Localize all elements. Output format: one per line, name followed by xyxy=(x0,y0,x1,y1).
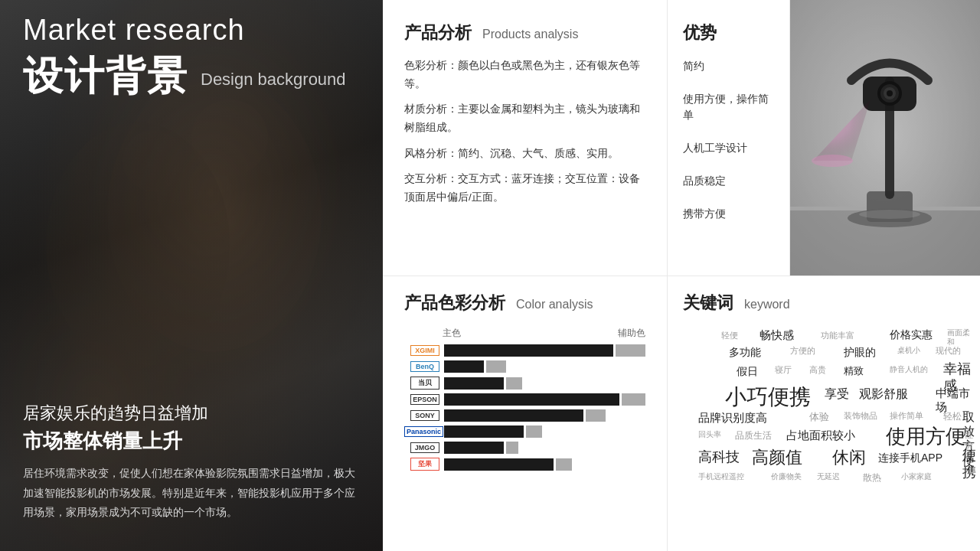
bar-secondary xyxy=(556,458,572,471)
keyword-word: 功能丰富 xyxy=(821,331,854,341)
products-body: 色彩分析：颜色以白色或黑色为主，还有银灰色等等。 材质分析：主要以金属和塑料为主… xyxy=(404,57,645,206)
brand-label: XGIMI xyxy=(404,345,439,356)
brand-label: EPSON xyxy=(404,394,439,405)
adv-item-3: 品质稳定 xyxy=(683,173,774,189)
brand-label: Panasonic xyxy=(404,426,439,437)
keyword-word: 现代的 xyxy=(936,346,961,356)
chart-area: 主色 辅助色 XGIMIBenQ当贝EPSONSONYPanasonicJMGO… xyxy=(404,327,645,471)
svg-point-20 xyxy=(859,210,920,219)
brand-label: 当贝 xyxy=(404,377,439,390)
chart-header: 主色 辅助色 xyxy=(404,327,645,340)
keyword-word: 小巧便携 xyxy=(725,384,811,410)
bar-container xyxy=(444,393,645,406)
left-panel: Market research 设计背景 Design background 居… xyxy=(0,0,383,551)
bar-primary xyxy=(444,409,583,422)
bar-primary xyxy=(444,393,619,406)
bar-container xyxy=(444,377,645,390)
bar-secondary xyxy=(506,442,518,454)
brand-label: 坚果 xyxy=(404,458,439,471)
keyword-word: 价廉物美 xyxy=(771,472,802,481)
keyword-word: 多功能 xyxy=(729,346,761,359)
trend-line2: 市场整体销量上升 xyxy=(23,428,360,455)
keyword-word: 享受 xyxy=(825,386,849,401)
brand-label: BenQ xyxy=(404,361,439,372)
bar-secondary xyxy=(622,393,645,406)
bar-container xyxy=(444,360,645,373)
bar-secondary xyxy=(506,377,522,390)
products-title-en: Products analysis xyxy=(482,28,578,41)
keywords-header: 关键词 keyword xyxy=(683,292,974,315)
bar-primary xyxy=(444,360,484,373)
bar-secondary xyxy=(616,344,645,357)
keyword-word: 连接手机APP xyxy=(878,452,942,465)
design-bg-cn: 设计背景 xyxy=(23,50,188,103)
bar-container xyxy=(444,458,645,471)
design-bg-en: Design background xyxy=(201,70,346,90)
keywords-cloud: 轻便畅快感功能丰富价格实惠画面柔和多功能方便的护眼的桌机小现代的假日寝厅高贵精致… xyxy=(683,327,974,495)
adv-item-2: 人机工学设计 xyxy=(683,140,774,156)
products-section: 产品分析 Products analysis 色彩分析：颜色以白色或黑色为主，还… xyxy=(383,0,668,276)
color-title-en: Color analysis xyxy=(516,298,593,311)
products-title-cn: 产品分析 xyxy=(404,21,472,44)
brand-row: 坚果 xyxy=(404,458,645,471)
keyword-word: 静音人机的 xyxy=(890,365,928,374)
keyword-word: 高科技 xyxy=(698,449,740,466)
keyword-word: 寝厅 xyxy=(775,365,792,375)
right-panel: 产品分析 Products analysis 色彩分析：颜色以白色或黑色为主，还… xyxy=(383,0,980,551)
keyword-word: 轻便 xyxy=(721,331,738,341)
keyword-word: 休闲 xyxy=(832,448,866,468)
keyword-word: 品质生活 xyxy=(735,430,772,441)
keyword-word: 便携 xyxy=(962,448,976,481)
projector-image xyxy=(790,0,980,276)
left-content: Market research 设计背景 Design background 居… xyxy=(0,0,383,551)
keyword-word: 装饰物品 xyxy=(844,411,877,421)
projector-svg xyxy=(790,0,980,276)
brand-label: JMGO xyxy=(404,442,439,453)
bar-container xyxy=(444,344,645,357)
keyword-word: 操作简单 xyxy=(890,411,923,421)
bar-container xyxy=(444,425,645,438)
bottom-row: 产品色彩分析 Color analysis 主色 辅助色 XGIMIBenQ当贝… xyxy=(383,276,980,551)
keyword-word: 高贵 xyxy=(809,365,826,375)
bar-primary xyxy=(444,442,504,454)
svg-point-19 xyxy=(812,155,853,167)
brand-row: Panasonic xyxy=(404,425,645,438)
bar-primary xyxy=(444,377,504,390)
products-header: 产品分析 Products analysis xyxy=(404,21,645,44)
keyword-word: 方便的 xyxy=(790,346,815,356)
keywords-title-en: keyword xyxy=(744,298,790,311)
keyword-word: 轻松 xyxy=(943,411,962,422)
adv-item-0: 简约 xyxy=(683,58,774,74)
secondary-label: 辅助色 xyxy=(618,327,645,340)
keyword-word: 使用方便 xyxy=(886,425,965,448)
products-item-3: 交互分析：交互方式：蓝牙连接；交互位置：设备顶面居中偏后/正面。 xyxy=(404,170,645,206)
brand-row: XGIMI xyxy=(404,344,645,357)
trend-desc: 居住环境需求改变，促使人们想在家体验影院氛围需求日益增加，极大加速智能投影机的市… xyxy=(23,464,360,522)
keywords-title-cn: 关键词 xyxy=(683,292,733,315)
keywords-section: 关键词 keyword 轻便畅快感功能丰富价格实惠画面柔和多功能方便的护眼的桌机… xyxy=(668,276,980,551)
bar-container xyxy=(444,409,645,422)
keyword-word: 画面柔和 xyxy=(947,328,974,347)
keyword-word: 畅快感 xyxy=(760,328,794,342)
brand-row: SONY xyxy=(404,409,645,422)
adv-item-1: 使用方便，操作简单 xyxy=(683,91,774,123)
bar-secondary xyxy=(586,409,606,422)
color-title-cn: 产品色彩分析 xyxy=(404,292,505,315)
keyword-word: 体验 xyxy=(809,411,829,423)
keyword-word: 价格实惠 xyxy=(890,328,933,341)
brand-chart: XGIMIBenQ当贝EPSONSONYPanasonicJMGO坚果 xyxy=(404,344,645,471)
primary-label: 主色 xyxy=(443,327,461,340)
bar-primary xyxy=(444,344,613,357)
keyword-word: 小家家庭 xyxy=(901,472,932,481)
keyword-word: 护眼的 xyxy=(844,346,876,359)
svg-point-17 xyxy=(887,90,893,96)
bar-primary xyxy=(444,425,524,438)
color-analysis-header: 产品色彩分析 Color analysis xyxy=(404,292,645,315)
keyword-word: 回头率 xyxy=(698,430,721,439)
keyword-word: 精致 xyxy=(844,365,864,377)
brand-row: JMGO xyxy=(404,442,645,454)
keyword-word: 散热 xyxy=(863,472,881,483)
keyword-word: 假日 xyxy=(737,365,758,378)
bottom-text: 居家娱乐的趋势日益增加 市场整体销量上升 居住环境需求改变，促使人们想在家体验影… xyxy=(23,402,360,537)
products-item-0: 色彩分析：颜色以白色或黑色为主，还有银灰色等等。 xyxy=(404,57,645,93)
